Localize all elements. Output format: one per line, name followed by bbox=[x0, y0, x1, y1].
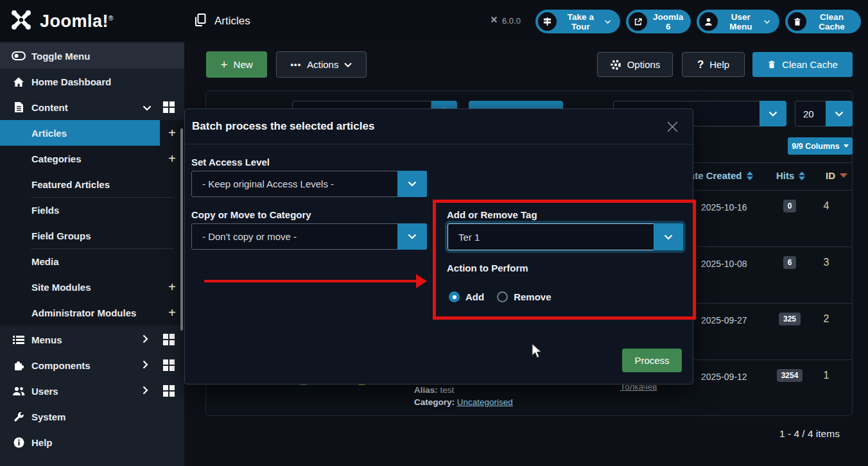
joomla-admin-page: Joomla!® Articles 6.0.0 bbox=[0, 0, 868, 466]
question-icon: ? bbox=[697, 58, 704, 71]
columns-toggle-button[interactable]: 9/9 Columns bbox=[788, 137, 853, 155]
process-button[interactable]: Process bbox=[622, 349, 682, 372]
ellipsis-icon: ••• bbox=[291, 60, 302, 69]
wrench-icon bbox=[12, 411, 26, 422]
articles-stack-icon bbox=[194, 13, 207, 30]
signpost-icon bbox=[538, 12, 557, 31]
puzzle-icon bbox=[12, 359, 26, 371]
sidebar-item-help[interactable]: Help bbox=[0, 429, 184, 455]
sidebar-item-site-modules[interactable]: Site Modules bbox=[0, 274, 184, 300]
radio-unselected-icon bbox=[497, 291, 508, 302]
hits-badge: 0 bbox=[783, 200, 797, 212]
article-alias: Alias: test bbox=[414, 385, 454, 395]
hits-cell: 3254 bbox=[770, 369, 809, 382]
add-remove-tag-label: Add or Remove Tag bbox=[447, 209, 537, 220]
hits-cell: 0 bbox=[770, 200, 809, 212]
sidebar-item-media[interactable]: Media bbox=[0, 248, 184, 274]
sidebar-item-system[interactable]: System bbox=[0, 404, 184, 429]
dashboard-grid-icon[interactable] bbox=[163, 101, 175, 115]
sidebar-item-home-dashboard[interactable]: Home Dashboard bbox=[0, 69, 184, 94]
dashboard-grid-icon[interactable] bbox=[163, 385, 175, 399]
user-menu-button[interactable]: User Menu bbox=[697, 10, 779, 33]
chevron-down-icon[interactable] bbox=[826, 101, 853, 126]
date-created-cell: 2025-10-16 bbox=[701, 202, 747, 212]
version-badge: 6.0.0 bbox=[490, 15, 521, 26]
chevron-down-icon[interactable] bbox=[759, 101, 786, 126]
annotation-arrow bbox=[204, 280, 417, 282]
chevron-down-icon bbox=[654, 223, 683, 250]
options-button[interactable]: Options bbox=[597, 52, 673, 77]
action-to-perform-label: Action to Perform bbox=[447, 263, 528, 273]
sidebar-toggle-menu[interactable]: Toggle Menu bbox=[0, 43, 184, 69]
modal-header: Batch process the selected articles bbox=[185, 109, 693, 144]
chevron-right-icon bbox=[143, 360, 148, 371]
sidebar-scrollbar[interactable] bbox=[180, 128, 183, 331]
batch-process-modal: Batch process the selected articles Set … bbox=[184, 108, 693, 384]
sidebar-item-components[interactable]: Components bbox=[0, 352, 184, 378]
access-level-select[interactable]: - Keep original Access Levels - bbox=[191, 171, 427, 197]
version-text: 6.0.0 bbox=[502, 16, 521, 26]
new-button[interactable]: + New bbox=[206, 51, 267, 78]
help-button[interactable]: ? Help bbox=[682, 52, 745, 77]
clean-cache-pill-button[interactable]: Clean Cache bbox=[785, 10, 861, 33]
sidebar-item-fields[interactable]: Fields bbox=[0, 197, 184, 223]
toggle-icon bbox=[12, 51, 26, 60]
top-bar: Joomla!® Articles 6.0.0 bbox=[0, 0, 868, 42]
sort-icon bbox=[747, 171, 753, 180]
tag-select[interactable]: Ter 1 bbox=[447, 223, 683, 250]
copy-move-category-label: Copy or Move to Category bbox=[191, 209, 311, 220]
sidebar-item-featured-articles[interactable]: Featured Articles bbox=[0, 171, 184, 197]
close-icon[interactable] bbox=[666, 121, 679, 133]
chevron-down-icon bbox=[397, 171, 427, 197]
sidebar-item-administrator-modules[interactable]: Administrator Modules bbox=[0, 300, 184, 325]
joomla-logo-icon bbox=[9, 8, 33, 35]
users-icon bbox=[12, 386, 26, 396]
clean-cache-button[interactable]: Clean Cache bbox=[752, 52, 853, 77]
trash-icon bbox=[767, 60, 776, 69]
sidebar-item-menus[interactable]: Menus bbox=[0, 327, 184, 352]
pagination-info: 1 - 4 / 4 items bbox=[779, 428, 840, 440]
radio-add[interactable]: Add bbox=[449, 291, 484, 302]
joomla6-link-button[interactable]: Joomla 6 bbox=[626, 10, 691, 33]
action-radio-group: Add Remove bbox=[449, 291, 551, 302]
chevron-down-icon bbox=[605, 19, 611, 24]
hits-badge: 3254 bbox=[777, 369, 803, 382]
dashboard-grid-icon[interactable] bbox=[163, 359, 175, 373]
hits-cell: 325 bbox=[770, 313, 809, 325]
external-link-icon bbox=[629, 12, 647, 31]
column-header-hits[interactable]: Hits bbox=[776, 170, 805, 181]
id-cell: 1 bbox=[815, 370, 837, 381]
date-created-cell: 2025-09-12 bbox=[701, 372, 747, 382]
home-icon bbox=[12, 76, 26, 87]
sidebar-item-articles[interactable]: Articles bbox=[0, 120, 160, 146]
chevron-down-icon bbox=[344, 62, 352, 67]
category-link[interactable]: Uncategorised bbox=[457, 397, 513, 407]
radio-remove[interactable]: Remove bbox=[497, 291, 551, 302]
joomla-version-icon bbox=[490, 15, 498, 26]
file-icon bbox=[12, 101, 26, 113]
access-level-label: Set Access Level bbox=[191, 157, 270, 168]
page-title: Articles bbox=[214, 15, 250, 28]
chevron-right-icon bbox=[143, 334, 148, 345]
article-category: Category: Uncategorised bbox=[414, 397, 513, 407]
radio-selected-icon bbox=[449, 291, 460, 302]
hits-badge: 325 bbox=[779, 313, 801, 325]
chevron-down-icon bbox=[397, 223, 427, 250]
dashboard-grid-icon[interactable] bbox=[163, 334, 175, 347]
plus-icon: + bbox=[220, 58, 227, 72]
column-header-id[interactable]: ID bbox=[826, 170, 847, 181]
sidebar-item-users[interactable]: Users bbox=[0, 378, 184, 404]
sidebar-item-categories[interactable]: Categories bbox=[0, 146, 184, 171]
sidebar: Toggle Menu Home Dashboard Content bbox=[0, 42, 184, 466]
sidebar-item-content[interactable]: Content bbox=[0, 94, 184, 120]
id-cell: 4 bbox=[815, 200, 837, 212]
date-created-cell: 2025-10-08 bbox=[701, 259, 747, 269]
take-a-tour-button[interactable]: Take a Tour bbox=[535, 10, 620, 33]
hits-cell: 6 bbox=[770, 256, 809, 269]
annotation-arrow-head bbox=[416, 274, 427, 288]
list-icon bbox=[12, 335, 26, 345]
date-created-cell: 2025-09-27 bbox=[701, 315, 747, 325]
sidebar-item-field-groups[interactable]: Field Groups bbox=[0, 223, 184, 248]
actions-button[interactable]: ••• Actions bbox=[276, 51, 367, 78]
copy-move-category-select[interactable]: - Don't copy or move - bbox=[191, 223, 427, 250]
